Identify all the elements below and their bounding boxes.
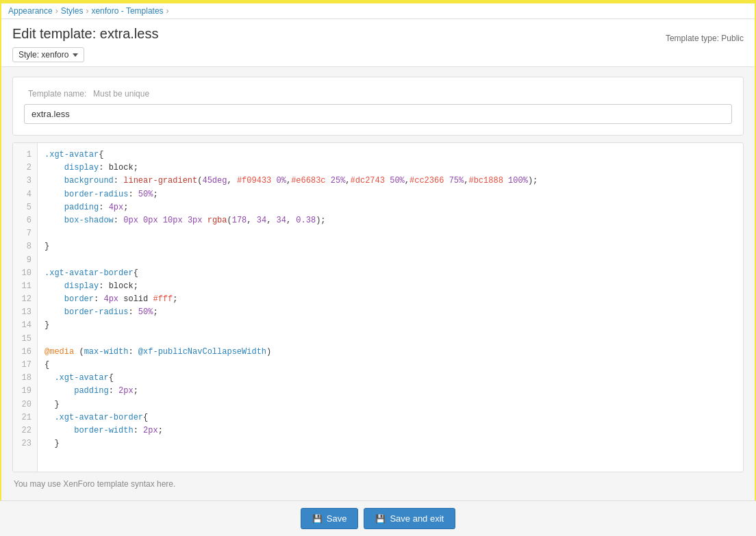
breadcrumb-appearance[interactable]: Appearance (8, 6, 53, 16)
chevron-down-icon (73, 53, 78, 57)
code-content[interactable]: .xgt-avatar{ display: block; background:… (38, 143, 743, 472)
page-header: Edit template: extra.less Template type:… (1, 19, 755, 67)
save-exit-icon: 💾 (375, 514, 386, 524)
breadcrumb-styles[interactable]: Styles (61, 6, 84, 16)
save-exit-label: Save and exit (390, 513, 444, 524)
footer-bar: 💾 Save 💾 Save and exit (0, 500, 756, 536)
main-content: Template name: Must be unique 1 2 3 4 5 … (1, 67, 755, 501)
breadcrumb-sep-2: › (86, 6, 88, 16)
save-button[interactable]: 💾 Save (301, 508, 359, 529)
save-exit-button[interactable]: 💾 Save and exit (364, 508, 455, 529)
style-selector-button[interactable]: Style: xenforo (12, 47, 84, 62)
template-name-input[interactable] (24, 104, 732, 124)
save-label: Save (327, 513, 347, 524)
code-editor[interactable]: 1 2 3 4 5 6 7 8 9 10 11 12 13 14 15 16 1 (13, 143, 743, 472)
breadcrumb-templates[interactable]: xenforo - Templates (91, 6, 163, 16)
save-icon: 💾 (312, 514, 323, 524)
template-name-hint: Must be unique (93, 89, 149, 99)
template-name-section: Template name: Must be unique (12, 77, 744, 136)
code-editor-wrapper: 1 2 3 4 5 6 7 8 9 10 11 12 13 14 15 16 1 (12, 142, 744, 472)
style-selector-label: Style: xenforo (18, 50, 68, 60)
breadcrumb-sep-1: › (55, 6, 58, 16)
breadcrumb: Appearance › Styles › xenforo - Template… (1, 1, 755, 19)
template-name-label: Template name: Must be unique (24, 88, 732, 99)
breadcrumb-sep-3: › (166, 6, 169, 16)
syntax-hint: You may use XenForo template syntax here… (12, 476, 744, 492)
line-numbers: 1 2 3 4 5 6 7 8 9 10 11 12 13 14 15 16 1 (13, 143, 38, 472)
page-title: Edit template: extra.less (12, 26, 158, 42)
template-type-label: Template type: Public (666, 31, 744, 43)
